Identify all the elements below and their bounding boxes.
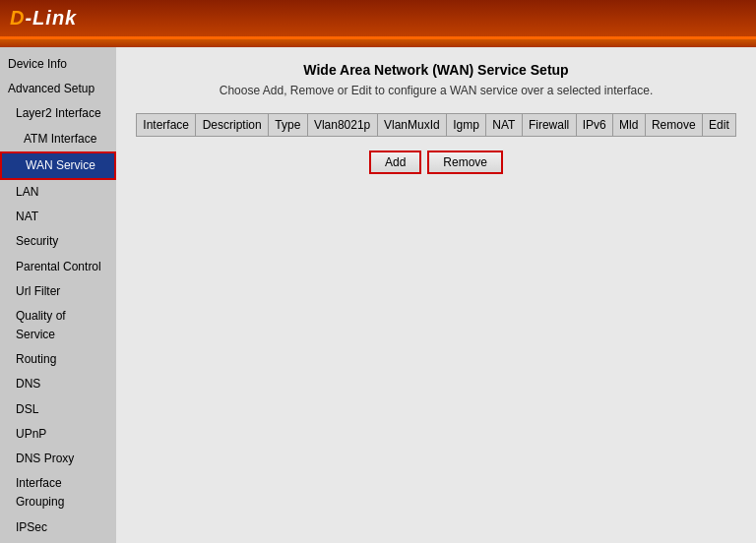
sidebar-item-parental-control[interactable]: Parental Control <box>0 255 116 279</box>
sidebar-item-interface-grouping[interactable]: Interface Grouping <box>0 471 116 514</box>
sidebar: Device InfoAdvanced SetupLayer2 Interfac… <box>0 47 116 543</box>
col-edit: Edit <box>702 114 735 137</box>
table-header-row: InterfaceDescriptionTypeVlan8021pVlanMux… <box>137 114 736 137</box>
wan-service-table: InterfaceDescriptionTypeVlan8021pVlanMux… <box>136 113 736 137</box>
main-layout: Device InfoAdvanced SetupLayer2 Interfac… <box>0 47 756 543</box>
col-ipv6: IPv6 <box>576 114 612 137</box>
sidebar-item-security[interactable]: Security <box>0 229 116 254</box>
sidebar-item-device-info[interactable]: Device Info <box>0 52 116 77</box>
orange-bar <box>0 39 756 47</box>
sidebar-item-url-filter[interactable]: Url Filter <box>0 279 116 304</box>
sidebar-item-dsl[interactable]: DSL <box>0 397 116 422</box>
remove-button[interactable]: Remove <box>427 151 503 174</box>
sidebar-item-wan-service[interactable]: WAN Service <box>0 151 116 180</box>
sidebar-item-lan[interactable]: LAN <box>0 180 116 205</box>
sidebar-item-layer2-interface[interactable]: Layer2 Interface <box>0 101 116 126</box>
action-buttons: Add Remove <box>136 151 736 174</box>
sidebar-item-advanced-setup[interactable]: Advanced Setup <box>0 77 116 101</box>
logo: D-Link <box>10 7 77 30</box>
col-interface: Interface <box>137 114 196 137</box>
sidebar-item-nat[interactable]: NAT <box>0 205 116 229</box>
add-button[interactable]: Add <box>369 151 421 174</box>
sidebar-item-atm-interface[interactable]: ATM Interface <box>0 127 116 151</box>
sidebar-item-dns[interactable]: DNS <box>0 372 116 396</box>
col-type: Type <box>269 114 307 137</box>
sidebar-item-upnp[interactable]: UPnP <box>0 422 116 447</box>
col-nat: NAT <box>486 114 522 137</box>
sidebar-item-ipsec[interactable]: IPSec <box>0 515 116 540</box>
header: D-Link <box>0 0 756 39</box>
col-vlanmuxid: VlanMuxId <box>377 114 446 137</box>
col-mld: Mld <box>612 114 645 137</box>
sidebar-item-dns-proxy[interactable]: DNS Proxy <box>0 447 116 471</box>
content-area: Wide Area Network (WAN) Service Setup Ch… <box>116 47 756 543</box>
col-remove: Remove <box>645 114 702 137</box>
sidebar-item-quality-of-service[interactable]: Quality of Service <box>0 304 116 347</box>
page-title: Wide Area Network (WAN) Service Setup <box>136 62 736 78</box>
sidebar-item-routing[interactable]: Routing <box>0 347 116 372</box>
col-firewall: Firewall <box>522 114 576 137</box>
page-subtitle: Choose Add, Remove or Edit to configure … <box>136 84 736 97</box>
col-igmp: Igmp <box>447 114 486 137</box>
col-description: Description <box>196 114 269 137</box>
col-vlan8021p: Vlan8021p <box>307 114 377 137</box>
